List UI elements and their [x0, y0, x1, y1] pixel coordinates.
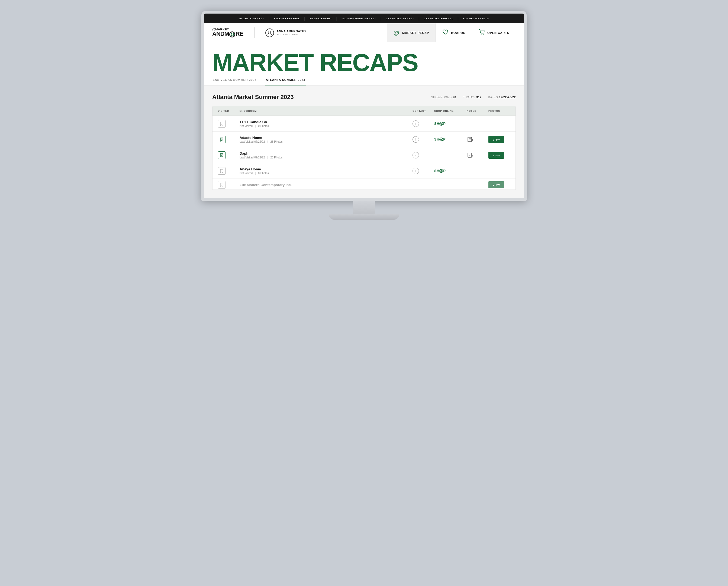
recap-header: Atlanta Market Summer 2023 SHOWROOMS 28 …	[212, 94, 516, 101]
view-photos-button-2[interactable]: view	[488, 152, 504, 159]
site-header: @MARKET ANDMORE Anna Abernathy Your Acco…	[204, 23, 524, 42]
photos-count: 312	[476, 96, 482, 99]
recap-title: Atlanta Market Summer 2023	[212, 94, 431, 101]
user-info: Anna Abernathy Your Account	[277, 29, 307, 36]
showrooms-table: Visited Showroom Contact Shop Online Not…	[212, 106, 516, 190]
table-row: Adaste Home Last Visited 07/22/22 | 23 P…	[212, 131, 516, 147]
svg-rect-3	[468, 137, 472, 142]
open-carts-label: Open Carts	[487, 31, 509, 34]
col-photos: Photos	[486, 106, 513, 116]
tab-atlanta-summer[interactable]: Atlanta Summer 2023	[265, 75, 306, 86]
photos-cell-0	[486, 122, 513, 126]
shop-cell-partial	[432, 182, 464, 187]
top-nav-atlanta-market[interactable]: Atlanta Market	[235, 17, 268, 20]
info-icon-3[interactable]: i	[413, 168, 419, 174]
notes-cell-2	[464, 149, 486, 161]
shop-button-0[interactable]: SH⊕P	[434, 122, 446, 126]
top-nav-formal[interactable]: Formal Markets	[459, 17, 493, 20]
notes-edit-icon-1[interactable]	[467, 136, 474, 143]
shop-button-3[interactable]: SH⊕P	[434, 169, 446, 173]
visited-cell-2	[215, 149, 237, 161]
user-name: Anna Abernathy	[277, 29, 307, 33]
view-photos-button-1[interactable]: view	[488, 136, 504, 143]
visit-date-2: Last Visited 07/22/22	[240, 156, 265, 159]
photos-meta: PHOTOS 312	[463, 96, 482, 99]
bookmark-checked-icon-2[interactable]	[218, 151, 226, 159]
photo-count-0: 0 Photos	[258, 124, 268, 127]
top-nav-imc[interactable]: IMC High Point Market	[337, 17, 381, 20]
shop-cell-2	[432, 153, 464, 157]
bookmark-icon-0[interactable]	[218, 120, 226, 127]
showroom-cell-1: Adaste Home Last Visited 07/22/22 | 23 P…	[237, 133, 410, 145]
site-logo[interactable]: @MARKET ANDMORE	[212, 28, 243, 37]
tabs-bar: Las Vegas Summer 2023 Atlanta Summer 202…	[204, 75, 524, 86]
bookmark-icon-partial[interactable]	[218, 181, 226, 189]
col-visited: Visited	[215, 106, 237, 116]
view-photos-button-partial[interactable]: view	[488, 181, 504, 188]
header-navigation: @ Market Recap Boards	[387, 23, 516, 42]
col-showroom: Showroom	[237, 106, 410, 116]
visited-cell-3	[215, 165, 237, 177]
photos-cell-2: view	[486, 149, 513, 161]
notes-cell-0	[464, 122, 486, 126]
header-nav-open-carts[interactable]: Open Carts	[472, 23, 516, 42]
top-navigation: Atlanta Market | Atlanta Apparel | Ameri…	[204, 14, 524, 23]
showroom-cell-partial: Zue Modern Contemporary Inc.	[237, 181, 410, 189]
info-icon-1[interactable]: i	[413, 136, 419, 143]
col-contact: Contact	[410, 106, 432, 116]
cart-icon	[479, 29, 485, 36]
info-icon-0[interactable]: i	[413, 120, 419, 127]
svg-rect-4	[468, 153, 472, 157]
header-logo-divider	[254, 27, 255, 38]
top-nav-atlanta-apparel[interactable]: Atlanta Apparel	[269, 17, 304, 20]
monitor-stand-neck	[353, 201, 375, 214]
notes-edit-icon-2[interactable]	[467, 152, 474, 159]
shop-cell-1: SH⊕P	[432, 135, 464, 144]
visit-date-3: Not Visited	[240, 172, 253, 175]
notes-cell-3	[464, 169, 486, 173]
visit-date-0: Not Visited	[240, 124, 253, 127]
contact-cell-partial: —	[410, 181, 432, 189]
shop-cell-0: SH⊕P	[432, 119, 464, 128]
contact-cell-1: i	[410, 134, 432, 145]
notes-cell-1	[464, 134, 486, 145]
showroom-name-3: Anaya Home	[240, 167, 261, 171]
visited-cell-1	[215, 133, 237, 145]
photos-cell-1: view	[486, 134, 513, 145]
tab-las-vegas-summer[interactable]: Las Vegas Summer 2023	[212, 75, 257, 86]
svg-point-1	[481, 34, 482, 35]
showroom-name-1: Adaste Home	[240, 136, 262, 140]
top-nav-las-vegas[interactable]: Las Vegas Market	[381, 17, 418, 20]
showrooms-count: 28	[452, 96, 456, 99]
showroom-name-0: 11:11 Candle Co.	[240, 120, 268, 124]
showroom-cell-3: Anaya Home Not Visited | 0 Photos	[237, 165, 410, 177]
bookmark-icon-3[interactable]	[218, 167, 226, 175]
showrooms-meta: SHOWROOMS 28	[431, 96, 456, 99]
table-row: Anaya Home Not Visited | 0 Photos i SH⊕P	[212, 163, 516, 179]
table-header: Visited Showroom Contact Shop Online Not…	[212, 106, 516, 116]
heart-icon	[442, 29, 448, 36]
table-row: 11:11 Candle Co. Not Visited | 0 Photos …	[212, 116, 516, 131]
showroom-meta-1: Last Visited 07/22/22 | 23 Photos	[240, 140, 282, 143]
top-nav-americasmart[interactable]: AmericasMart	[305, 17, 336, 20]
shop-button-1[interactable]: SH⊕P	[434, 137, 446, 142]
table-row: Daph Last Visited 07/22/22 | 23 Photos i	[212, 147, 516, 163]
table-row-partial: Zue Modern Contemporary Inc. — view	[212, 179, 516, 190]
header-nav-market-recap[interactable]: @ Market Recap	[387, 23, 436, 42]
photo-count-2: 23 Photos	[270, 156, 282, 159]
visit-date-1: Last Visited 07/22/22	[240, 140, 265, 143]
info-icon-2[interactable]: i	[413, 152, 419, 158]
logo-area: @MARKET ANDMORE Anna Abernathy Your Acco…	[212, 27, 387, 38]
header-nav-boards[interactable]: Boards	[436, 23, 472, 42]
top-nav-las-vegas-apparel[interactable]: Las Vegas Apparel	[420, 17, 458, 20]
hero-section: Market Recaps	[204, 42, 524, 75]
at-sign-icon: @	[393, 29, 399, 36]
photo-count-3: 0 Photos	[258, 172, 268, 175]
user-avatar-icon	[265, 28, 274, 37]
bookmark-checked-icon-1[interactable]	[218, 136, 226, 143]
showroom-meta-3: Not Visited | 0 Photos	[240, 172, 269, 175]
user-area[interactable]: Anna Abernathy Your Account	[265, 28, 307, 37]
contact-cell-0: i	[410, 118, 432, 129]
dates-meta: DATES 07/22-28/22	[488, 96, 516, 99]
dates-value: 07/22-28/22	[499, 96, 516, 99]
